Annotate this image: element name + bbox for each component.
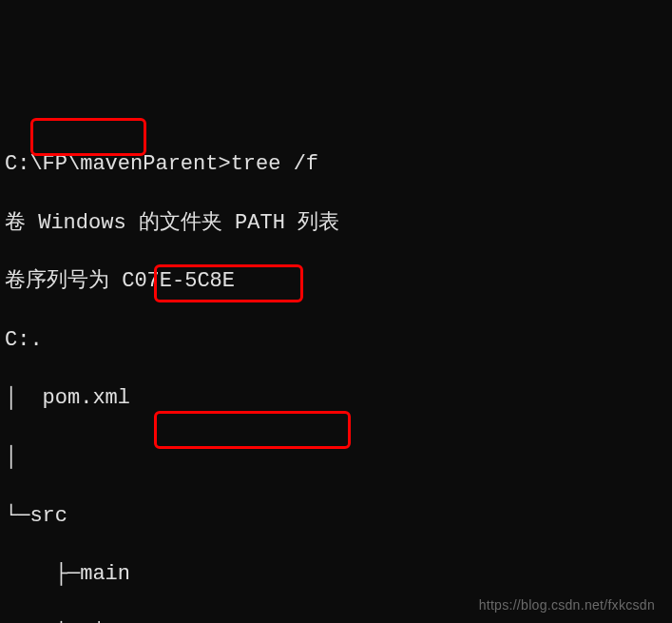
output-line: └─src bbox=[5, 502, 667, 532]
output-line: │ bbox=[5, 443, 667, 473]
command-line: C:\FP\mavenParent>tree /f bbox=[5, 150, 667, 180]
output-line: 卷序列号为 C07E-5C8E bbox=[5, 267, 667, 297]
output-line: ├─main bbox=[5, 560, 667, 590]
watermark-text: https://blog.csdn.net/fxkcsdn bbox=[479, 596, 655, 615]
output-line: C:. bbox=[5, 326, 667, 356]
output-line: 卷 Windows 的文件夹 PATH 列表 bbox=[5, 209, 667, 239]
output-line: │ pom.xml bbox=[5, 384, 667, 414]
output-line: │ ├─java bbox=[5, 619, 667, 623]
terminal-output: C:\FP\mavenParent>tree /f 卷 Windows 的文件夹… bbox=[5, 121, 667, 623]
